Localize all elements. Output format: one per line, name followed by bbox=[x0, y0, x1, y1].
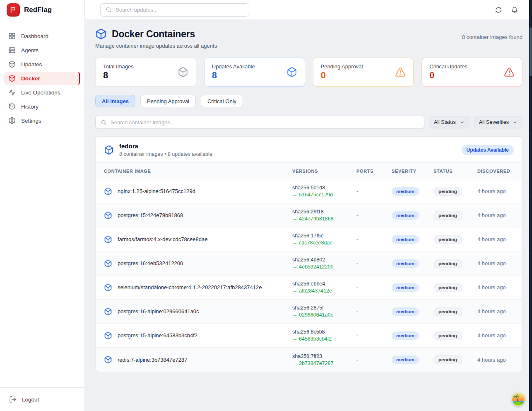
version-update: → 3b73847e7287 bbox=[292, 360, 348, 366]
search-icon bbox=[101, 119, 107, 126]
sidebar-item-live-operations[interactable]: Live Operations bbox=[4, 86, 80, 99]
status-badge: pending bbox=[433, 259, 462, 268]
version-current: sha256:ebbe4 bbox=[292, 281, 348, 287]
sidebar-item-label: History bbox=[21, 104, 39, 110]
table-row[interactable]: nginx:1.25-alpine:516475cc129d sha256:50… bbox=[96, 179, 522, 203]
version-update: → 64583b3cb4f2 bbox=[292, 336, 348, 342]
global-search[interactable] bbox=[100, 3, 249, 17]
version-update: → afb28437412e bbox=[292, 288, 348, 294]
status-badge: pending bbox=[433, 235, 462, 244]
ports-value: - bbox=[348, 332, 383, 338]
stat-label: Updates Available bbox=[212, 63, 255, 70]
global-search-input[interactable] bbox=[116, 7, 244, 13]
sidebar-item-history[interactable]: History bbox=[4, 100, 80, 113]
severity-badge: medium bbox=[392, 283, 419, 292]
status-filter-value: All Status bbox=[434, 119, 456, 125]
table-row[interactable]: farmos/farmos:4.x-dev:cdc78cee8dae sha25… bbox=[96, 227, 522, 251]
group-header[interactable]: fedora 8 container images • 8 updates av… bbox=[96, 137, 522, 163]
topbar-actions bbox=[495, 7, 518, 13]
sidebar-item-settings[interactable]: Settings bbox=[4, 114, 80, 127]
package-icon bbox=[104, 355, 112, 364]
package-icon bbox=[104, 211, 112, 220]
filter-tabs: All Images Pending Approval Critical Onl… bbox=[95, 95, 522, 107]
topbar bbox=[85, 0, 532, 20]
table-row[interactable]: postgres:15-alpine:64583b3cb4f2 sha256:8… bbox=[96, 324, 522, 348]
discovered-value: 4 hours ago bbox=[469, 212, 522, 218]
image-group-card: fedora 8 container images • 8 updates av… bbox=[95, 136, 522, 372]
tab-pending-approval[interactable]: Pending Approval bbox=[140, 95, 196, 107]
status-badge: pending bbox=[433, 355, 462, 364]
ports-value: - bbox=[348, 284, 383, 290]
container-search[interactable] bbox=[95, 116, 424, 129]
table-row[interactable]: postgres:16-alpine:029660641a0c sha256:2… bbox=[96, 300, 522, 324]
version-current: sha256:501d8 bbox=[292, 185, 348, 191]
stat-label: Total Images bbox=[103, 63, 134, 70]
table-row[interactable]: postgres:15:424e79b81868 sha256:29f18→ 4… bbox=[96, 203, 522, 227]
discovered-value: 4 hours ago bbox=[469, 357, 522, 363]
table-row[interactable]: redis:7-alpine:3b73847e7287 sha256:7ff23… bbox=[96, 348, 522, 372]
stat-label: Critical Updates bbox=[429, 63, 467, 70]
tab-critical-only[interactable]: Critical Only bbox=[201, 95, 243, 107]
sidebar: RedFlag Dashboard Agents Updates Docker … bbox=[0, 0, 85, 411]
logout-icon bbox=[9, 396, 17, 403]
scrollbar-thumb[interactable] bbox=[530, 27, 532, 76]
table-row[interactable]: postgres:16:4eb532412200 sha256:4b802→ 4… bbox=[96, 251, 522, 276]
package-icon bbox=[104, 235, 112, 244]
sidebar-item-dashboard[interactable]: Dashboard bbox=[4, 29, 80, 43]
refresh-icon[interactable] bbox=[495, 7, 502, 13]
package-icon bbox=[104, 307, 112, 316]
severity-badge: medium bbox=[392, 235, 419, 244]
stat-card-updates-available: Updates Available 8 bbox=[204, 58, 305, 87]
sidebar-item-updates[interactable]: Updates bbox=[4, 58, 80, 71]
status-badge: pending bbox=[433, 283, 462, 292]
sidebar-item-agents[interactable]: Agents bbox=[4, 44, 80, 57]
version-update: → 029660641a0c bbox=[292, 312, 348, 318]
search-icon bbox=[106, 7, 112, 13]
stat-cards: Total Images 8 Updates Available 8 Pendi… bbox=[95, 58, 522, 87]
filter-row: All Status All Severities bbox=[95, 116, 522, 129]
page-scrollbar[interactable] bbox=[529, 0, 532, 411]
chevron-down-icon bbox=[460, 120, 465, 125]
severity-badge: medium bbox=[392, 331, 419, 340]
discovered-value: 4 hours ago bbox=[469, 188, 522, 194]
package-icon bbox=[104, 145, 114, 155]
image-name: nginx:1.25-alpine:516475cc129d bbox=[118, 188, 195, 194]
stat-card-critical-updates: Critical Updates 0 bbox=[421, 58, 522, 87]
group-name: fedora bbox=[119, 143, 212, 150]
page-title: Docker Containers bbox=[112, 29, 195, 40]
group-summary: 8 container images • 8 updates available bbox=[119, 151, 212, 157]
container-search-input[interactable] bbox=[111, 119, 419, 126]
version-update: → 424e79b81868 bbox=[292, 216, 348, 222]
discovered-value: 4 hours ago bbox=[469, 284, 522, 290]
image-name: postgres:16-alpine:029660641a0c bbox=[118, 308, 199, 314]
agents-icon bbox=[8, 46, 16, 54]
severity-filter-select[interactable]: All Severities bbox=[474, 116, 522, 128]
stat-value: 0 bbox=[429, 70, 467, 80]
sidebar-item-label: Docker bbox=[21, 75, 40, 82]
stat-card-total-images: Total Images 8 bbox=[95, 58, 196, 87]
logout-button[interactable]: Logout bbox=[4, 393, 80, 406]
package-icon bbox=[104, 331, 112, 340]
sidebar-item-label: Agents bbox=[21, 47, 39, 53]
version-current: sha256:17f5e bbox=[292, 233, 348, 239]
version-current: sha256:4b802 bbox=[292, 257, 348, 263]
ports-value: - bbox=[348, 260, 383, 266]
package-icon bbox=[104, 259, 112, 268]
brand-name: RedFlag bbox=[24, 6, 52, 14]
island-widget-button[interactable] bbox=[511, 392, 525, 406]
status-filter-select[interactable]: All Status bbox=[429, 116, 469, 128]
bell-icon[interactable] bbox=[511, 7, 518, 13]
image-name: farmos/farmos:4.x-dev:cdc78cee8dae bbox=[118, 236, 208, 242]
sidebar-item-label: Updates bbox=[21, 61, 42, 68]
package-icon bbox=[286, 67, 297, 77]
version-update: → cdc78cee8dae bbox=[292, 240, 348, 246]
tab-all-images[interactable]: All Images bbox=[95, 95, 135, 107]
activity-icon bbox=[8, 89, 16, 96]
warning-triangle-icon bbox=[395, 67, 406, 77]
discovered-value: 4 hours ago bbox=[469, 308, 522, 314]
updates-available-badge: Updates Available bbox=[462, 145, 514, 155]
package-icon bbox=[178, 67, 188, 77]
column-header: Ports bbox=[348, 169, 383, 174]
table-row[interactable]: selenium/standalone-chrome:4.1.2-2022021… bbox=[96, 276, 522, 300]
sidebar-item-docker[interactable]: Docker bbox=[4, 72, 80, 85]
